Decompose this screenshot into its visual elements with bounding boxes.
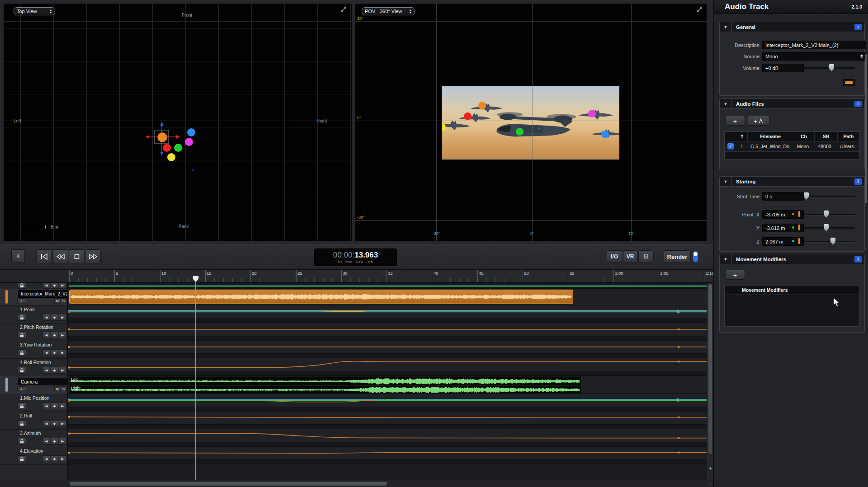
lane-header-roll-rotation[interactable]: 4.Roll Rotation ◀◆▶ <box>0 358 68 376</box>
info-icon[interactable]: i <box>854 101 862 107</box>
point-z-slider[interactable] <box>804 241 855 242</box>
lock-icon[interactable] <box>17 314 26 321</box>
pov-dot-green[interactable] <box>516 128 524 136</box>
timeline-ruler[interactable]: 0 5 10 15 20 25 30 35 40 45 50 55 1:00 1… <box>68 270 713 283</box>
add-modifier-button[interactable]: + <box>725 270 745 280</box>
next-keyframe-button[interactable]: ▶ <box>59 438 66 445</box>
track-color-swatch[interactable] <box>843 79 855 86</box>
lane-yaw-rotation[interactable] <box>68 341 707 358</box>
stop-button[interactable] <box>69 249 85 263</box>
next-keyframe-button[interactable]: ▶ <box>59 367 66 374</box>
audio-clip[interactable] <box>69 290 573 304</box>
add-keyframe-button[interactable]: ◆ <box>51 314 58 321</box>
render-toggle[interactable] <box>693 251 698 262</box>
next-keyframe-button[interactable]: ▶ <box>59 332 66 338</box>
add-lane-button[interactable]: + <box>17 386 26 392</box>
lock-icon[interactable] <box>17 403 26 409</box>
pov-dot-orange[interactable] <box>478 102 486 109</box>
prev-keyframe-button[interactable]: ◀ <box>42 438 50 445</box>
pov-dot-blue[interactable] <box>601 131 609 138</box>
fast-forward-button[interactable] <box>85 249 101 263</box>
next-keyframe-button[interactable]: ▶ <box>59 283 66 289</box>
volume-slider[interactable] <box>803 67 855 69</box>
skip-start-button[interactable] <box>36 249 52 263</box>
add-keyframe-button[interactable]: ◆ <box>51 403 58 409</box>
top-view-viewport[interactable]: Front Left Right Back 5 m Top View <box>4 4 352 241</box>
add-keyframe-button[interactable]: ◆ <box>51 455 58 462</box>
mute-button[interactable]: M <box>54 386 60 392</box>
camera-clip[interactable]: Left Right <box>69 376 581 393</box>
lane-roll[interactable] <box>68 412 707 429</box>
next-keyframe-button[interactable]: ▶ <box>59 349 66 356</box>
prev-keyframe-button[interactable]: ◀ <box>42 403 50 409</box>
playhead-marker[interactable] <box>193 276 199 282</box>
prev-keyframe-button[interactable]: ◀ <box>42 314 50 321</box>
audio-track-name-field[interactable]: Interceptor_Mark_2_V2 <box>18 290 68 298</box>
lane-roll-rotation[interactable] <box>68 358 707 376</box>
audio-files-table[interactable]: # Filename Ch SR Path ✓ 1 C-5_Jet_Wind_D… <box>724 131 860 159</box>
source-dot-green[interactable] <box>174 144 182 152</box>
mute-button[interactable]: M <box>54 298 60 304</box>
prev-keyframe-button[interactable]: ◀ <box>42 455 50 462</box>
add-file-with-wave-button[interactable]: + <box>748 116 769 126</box>
settings-button[interactable]: ⚙ <box>638 250 654 263</box>
lock-icon[interactable] <box>17 349 26 356</box>
point-x-field[interactable]: -3.705 m <box>762 210 804 219</box>
collapse-toggle[interactable]: ▼ <box>720 254 732 264</box>
point-x-slider[interactable] <box>804 214 855 215</box>
rewind-button[interactable] <box>52 249 68 263</box>
next-keyframe-button[interactable]: ▶ <box>59 314 66 321</box>
add-keyframe-button[interactable]: ◆ <box>51 349 58 356</box>
solo-button[interactable]: S <box>61 386 66 392</box>
timeline-vertical-scrollbar[interactable]: + <box>707 283 713 480</box>
pov-dot-magenta[interactable] <box>588 110 596 117</box>
source-dot-magenta[interactable] <box>185 138 193 146</box>
lock-icon[interactable] <box>17 367 26 374</box>
playhead-line[interactable] <box>195 277 196 480</box>
add-keyframe-button[interactable]: ◆ <box>51 283 58 289</box>
lane-elevation[interactable] <box>68 447 707 464</box>
lane-header-elevation[interactable]: 4.Elevation ◀◆▶ <box>0 447 68 465</box>
next-keyframe-button[interactable]: ▶ <box>59 403 66 409</box>
camera-track-name-field[interactable]: Camera <box>18 378 68 385</box>
audio-track-header[interactable]: Interceptor_Mark_2_V2 + M S <box>0 289 68 306</box>
source-dot-red[interactable] <box>163 144 171 152</box>
lane-mic-position[interactable] <box>68 394 707 412</box>
add-keyframe-button[interactable]: ◆ <box>51 332 58 338</box>
prev-keyframe-button[interactable]: ◀ <box>42 332 50 338</box>
lane-azimuth[interactable] <box>68 429 707 447</box>
start-time-field[interactable]: 0 s <box>762 192 804 201</box>
lane-header-point[interactable]: 1.Point ◀◆▶ <box>0 305 68 323</box>
lock-icon[interactable] <box>17 332 26 338</box>
file-checkbox[interactable]: ✓ <box>727 143 734 150</box>
lock-icon[interactable] <box>17 283 26 289</box>
info-icon[interactable]: i <box>854 178 862 185</box>
source-dropdown[interactable]: Mono <box>762 52 866 61</box>
lane-header-yaw[interactable]: 3.Yaw Rotation ◀◆▶ <box>0 341 68 359</box>
timeline-horizontal-scrollbar[interactable]: + <box>0 480 713 487</box>
collapse-toggle[interactable]: ▼ <box>720 22 732 32</box>
expand-icon[interactable] <box>696 6 703 13</box>
zoom-add-icon[interactable]: + <box>709 481 712 487</box>
source-dot-orange[interactable] <box>157 132 167 142</box>
add-keyframe-button[interactable]: ◆ <box>51 367 58 374</box>
camera-track-header[interactable]: Camera + M S <box>0 376 68 394</box>
prev-keyframe-button[interactable]: ◀ <box>42 283 50 289</box>
solo-button[interactable]: S <box>61 298 66 304</box>
lock-icon[interactable] <box>17 420 26 427</box>
prev-keyframe-button[interactable]: ◀ <box>42 367 50 374</box>
point-y-slider[interactable] <box>804 227 855 229</box>
lane-header-azimuth[interactable]: 3.Azimuth ◀◆▶ <box>0 429 68 447</box>
render-button[interactable]: Render <box>664 250 691 263</box>
source-dot-yellow[interactable] <box>167 153 175 161</box>
lane-header-pitch[interactable]: 2.Pitch Rotation ◀◆▶ <box>0 323 68 341</box>
point-z-field[interactable]: 2.067 m <box>762 237 804 246</box>
info-icon[interactable]: i <box>854 256 862 262</box>
expand-icon[interactable] <box>340 6 347 13</box>
top-view-selector[interactable]: Top View <box>14 7 55 15</box>
add-file-button[interactable]: + <box>725 116 745 126</box>
io-button[interactable]: I/O <box>607 250 622 263</box>
zoom-add-icon[interactable]: + <box>708 466 713 471</box>
add-lane-button[interactable]: + <box>17 298 26 304</box>
pov-dot-red[interactable] <box>464 112 472 120</box>
